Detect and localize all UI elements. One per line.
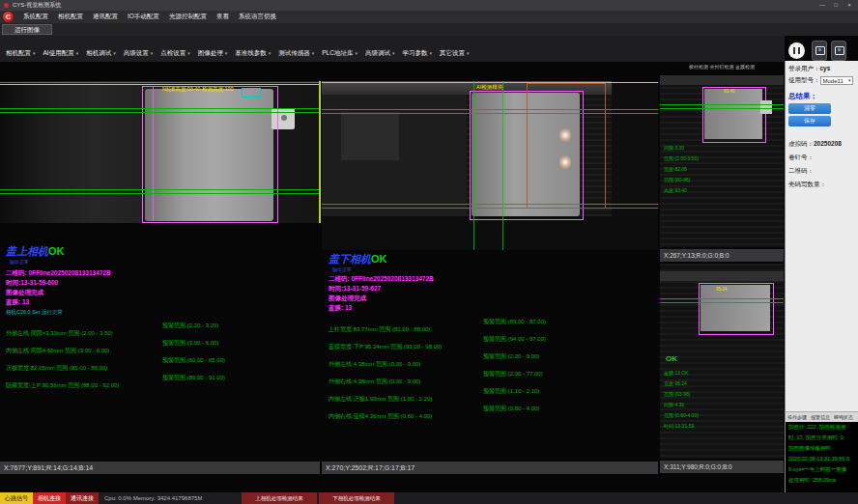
mid-camera-image[interactable]: AI检测模块 [322, 81, 658, 250]
camera-1-icon-button[interactable] [812, 41, 827, 61]
toolbtn-camera-debug[interactable]: 相机调试▾ [82, 47, 119, 60]
cpu-memory-status: Cpu: 0.0% Memory: 3424.41796875M [104, 492, 202, 504]
info-tab-steps[interactable]: 操作步骤 [786, 414, 809, 420]
close-button[interactable]: × [843, 0, 856, 11]
toolbtn-camera-config[interactable]: 相机配置▾ [2, 47, 39, 60]
camera-2-icon-button[interactable] [831, 41, 846, 61]
reset-count-button[interactable]: 清零 [788, 103, 831, 114]
measure-line [0, 112, 320, 113]
measure-line [660, 298, 784, 299]
mid-proc-text: 图像处理完成 [329, 294, 366, 303]
toolbtn-advanced-settings[interactable]: 高级设置▾ [120, 47, 157, 60]
overlay-line [0, 82, 320, 83]
total-result-label: 总结果： [788, 92, 817, 101]
info-log-line: 0-cys=一号上料右一图像 [786, 464, 858, 475]
maximize-button[interactable]: □ [829, 0, 843, 11]
shell-code-count-label: 壳码写数量： [788, 181, 826, 189]
measure-row: 外侧左线:4.38mm 范围:(0.00 - 9.00) 预警范围:(2.00 … [329, 352, 657, 370]
mid-qr-text: 二维码: 0FFIine2025020813313472B [329, 275, 434, 284]
info-log-box[interactable]: 拍照计: 222, 拍照检测用 时: 17, 拍照分类用时: 0, 拍照图像传输… [785, 422, 858, 492]
save-button[interactable]: 保存 [788, 116, 831, 126]
toolbtn-learn-params[interactable]: 学习参数▾ [398, 47, 435, 60]
menu-item-io-manual-config[interactable]: IO手动配置 [123, 13, 164, 21]
toolbtn-test-sensor[interactable]: 测试传感器▾ [274, 47, 317, 60]
chevron-down-icon: ▾ [312, 50, 315, 56]
toolbtn-advanced-debug[interactable]: 高级调试▾ [361, 47, 398, 60]
chevron-down-icon: ▾ [113, 50, 116, 56]
weld-spot [559, 127, 571, 143]
image-top-band [660, 271, 784, 281]
minimize-button[interactable]: — [815, 0, 829, 11]
measure-vline [473, 81, 474, 250]
info-log-line: 时: 17, 拍照分类用时: 0, [786, 433, 858, 443]
measure-row: 内侧左线:正极1.93mm 范围:(1.00 - 2.20) 预警范围:(1.1… [329, 387, 657, 405]
menu-item-light-control-config[interactable]: 光源控制配置 [164, 13, 212, 21]
overlay-measure-label: N轮B高度:93.40 检测高度:100 [162, 86, 234, 93]
roi-outline-cyan [242, 88, 261, 98]
small-view-1-coords: X:267;Y:13;R:0;G:0;B:0 [660, 249, 784, 262]
small-view-2[interactable]: 95.24 OK 蓝膜:13 OK 宽度:95.24 范围:(93-98) 间隙… [660, 264, 784, 459]
toolbtn-ai-config[interactable]: AI使用配置▾ [40, 47, 82, 60]
measure-line [322, 204, 658, 205]
small-view-1[interactable]: 93.40 间隙:3.30 范围:(2.00-3.50) 宽度:82.05 范围… [660, 75, 784, 247]
measure-row: 内侧右线:蓝膜4.36mm 范围:(0.60 - 4.00) 预警范围:(0.6… [329, 405, 657, 422]
menu-item-camera-config[interactable]: 相机配置 [53, 13, 88, 21]
pause-button[interactable] [788, 42, 805, 59]
menu-item-comm-config[interactable]: 通讯配置 [88, 13, 123, 21]
tab-row: 运行图像 [0, 23, 858, 36]
measure-line [322, 113, 658, 114]
info-log-line: 拍照图像传输用时 [786, 443, 858, 454]
info-tabs: 操作步骤 报警信息 蜂鸣状态 [785, 411, 858, 422]
menu-item-language-switch[interactable]: 系统语言切换 [234, 13, 281, 21]
measure-line [322, 208, 658, 209]
model-select[interactable]: Mode11▾ [820, 76, 853, 85]
left-result-ok: OK [48, 245, 65, 257]
measure-line [660, 104, 784, 105]
upper-camera-result-badge: 上相机处理检测结果 [242, 492, 317, 504]
qr-code-label: 二维码： [788, 167, 814, 176]
comm-connect-status-badge: 通讯连接 [66, 492, 99, 504]
small-views-header: 极柱检测 密封钉检测 蓝膜检测 [660, 64, 784, 73]
connector-hole [281, 115, 287, 121]
measure-row: 上柱宽度:83.77mm 范围:(82.00 - 88.00) 预警范围:(83… [329, 318, 657, 335]
roi-outline-magenta [702, 87, 766, 143]
measure-line [0, 189, 320, 190]
menu-item-system-config[interactable]: 系统配置 [18, 13, 53, 21]
toolbtn-other-settings[interactable]: 其它设置▾ [436, 47, 472, 60]
roi-outline-magenta [699, 283, 774, 335]
chevron-down-icon: ▾ [151, 50, 154, 56]
left-pixel-coords: X:7677;Y:891;R:14;G:14;B:14 [0, 462, 320, 474]
small-view-2-coords: X:311;Y:980;R:0;G:0;B:0 [660, 461, 784, 473]
info-tab-alarms[interactable]: 报警信息 [809, 414, 832, 420]
left-camera-image[interactable]: N轮B高度:93.40 检测高度:100 [0, 81, 320, 223]
chevron-down-icon: ▾ [392, 50, 395, 56]
toolbar-buttons: 相机配置▾ AI使用配置▾ 相机调试▾ 高级设置▾ 点检设置▾ 图像处理▾ 基准… [2, 47, 473, 60]
small-view-1-measure-list: 间隙:3.30 范围:(2.00-3.50) 宽度:82.05 范围:(80-8… [664, 143, 699, 196]
left-result-title: 盖上相机OK [6, 244, 65, 259]
overlay-measure-label: 95.24 [716, 287, 727, 292]
pause-icon [798, 47, 800, 54]
measure-row: 外侧左线:间隙=3.30mm 范围:(2.00 - 3.50) 预警范围:(2.… [6, 322, 317, 339]
app-icon [4, 3, 9, 8]
camera-connect-status-badge: 相机连接 [33, 492, 66, 504]
image-bottom-dark [322, 216, 658, 250]
overlay-measure-label: AI检测模块 [476, 84, 502, 91]
left-result-sub: 输出正常 [10, 259, 29, 265]
virtual-code-row: 虚拟码：20250208 [788, 140, 842, 149]
mid-time-text: 时间:13-31-59-627 [329, 285, 381, 294]
measure-row: 外侧右线:4.38mm 范围:(0.00 - 9.00) 预警范围:(2.00 … [329, 370, 657, 387]
toolbtn-spot-check[interactable]: 点检设置▾ [157, 47, 193, 60]
toolbtn-baseline-params[interactable]: 基准线参数▾ [231, 47, 273, 60]
mid-result-ok: OK [371, 253, 387, 265]
image-top-band [660, 75, 784, 85]
toolbtn-image-process[interactable]: 图像处理▾ [194, 47, 231, 60]
tab-run-image[interactable]: 运行图像 [2, 24, 52, 35]
measure-line [660, 302, 784, 303]
camera-lens-icon [838, 48, 841, 51]
menu-item-view[interactable]: 查看 [212, 13, 234, 21]
measure-line [660, 108, 784, 109]
info-log-line: 2025:02:08-13:31:39:65 0. [786, 454, 858, 464]
info-tab-buzzer[interactable]: 蜂鸣状态 [832, 414, 855, 420]
toolbtn-plc-address[interactable]: PLC地址库▾ [318, 47, 360, 60]
heartbeat-status-badge: 心跳信号 [0, 492, 33, 504]
